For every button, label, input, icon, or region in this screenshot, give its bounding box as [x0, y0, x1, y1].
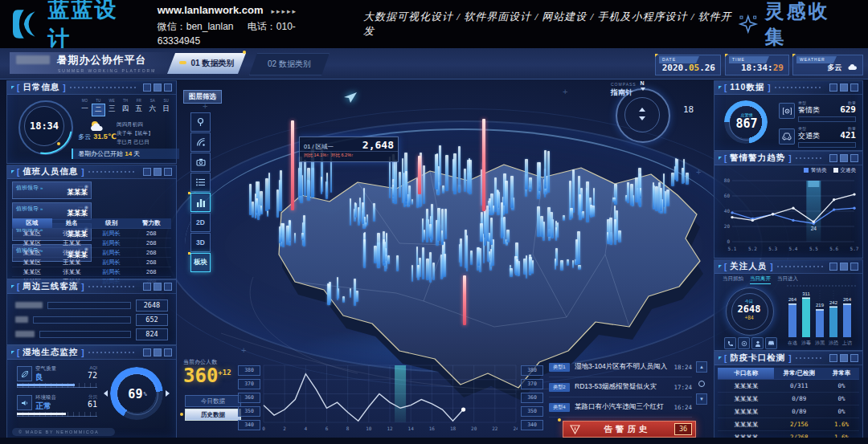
- panel-window-icon[interactable]: [840, 263, 848, 271]
- table-row: 某某区王某某副局长268: [12, 258, 171, 267]
- tooltip-value: 2,648: [362, 139, 394, 151]
- today-data-button[interactable]: 今日数据: [185, 395, 241, 407]
- corner-decoration: [11, 86, 14, 89]
- panel-minimize-icon[interactable]: [829, 263, 837, 271]
- duty-col-header[interactable]: 警力数: [132, 218, 172, 228]
- office-ytick: 350: [521, 406, 543, 417]
- duty-card[interactable]: 值班领导 »⋯ ◉某某某: [12, 181, 92, 199]
- checkpoint-header-row: 卡口名称异常/已检测异常率: [718, 368, 859, 380]
- alarm-history-label: 告警历史: [580, 424, 674, 435]
- panel-minimize-icon[interactable]: [829, 154, 837, 162]
- alert-row[interactable]: 类型2RD13-53烟感报警疑似火灾17:24: [549, 377, 692, 397]
- metric-bar-fill: [17, 384, 75, 386]
- panel-minimize-icon[interactable]: [143, 348, 151, 356]
- panel-minimize-icon[interactable]: [143, 84, 151, 92]
- cloud-icon: [847, 63, 858, 71]
- panel-window-icon[interactable]: [840, 84, 848, 92]
- svg-text:5.4: 5.4: [789, 246, 798, 251]
- tab-data-category-1[interactable]: 01 数据类别: [167, 53, 246, 74]
- panel-window-icon[interactable]: [840, 154, 848, 162]
- duty-card[interactable]: 值班领导 »⋯ ◉某某某: [12, 202, 92, 220]
- panel-expand-icon[interactable]: [164, 168, 172, 176]
- weekday-en: TH: [119, 99, 133, 103]
- map-marker-icon[interactable]: [342, 90, 358, 104]
- history-data-button[interactable]: 历史数据: [185, 409, 241, 421]
- car-icon[interactable]: [765, 337, 777, 349]
- svg-text:5.7: 5.7: [850, 246, 859, 251]
- inspiration-collect[interactable]: 灵感收集: [738, 0, 850, 50]
- layer-btn-3D[interactable]: 3D: [190, 233, 211, 252]
- panel-expand-icon[interactable]: [850, 263, 858, 271]
- duty-cell: 某某区: [12, 267, 52, 276]
- scroll-up-icon[interactable]: ▲: [696, 361, 707, 373]
- layer-btn-list-icon[interactable]: [190, 173, 211, 192]
- sun-cloud-icon: [88, 120, 107, 132]
- duty-col-header[interactable]: 级别: [92, 218, 132, 228]
- phone-icon[interactable]: [724, 337, 736, 349]
- weekday-cn: 六: [145, 104, 159, 115]
- trend-legend: 警情类交通类: [804, 167, 856, 174]
- panel-passenger-flow: [ 周边三线客流] 2648652824: [6, 279, 177, 345]
- watermark: © MADE BY NEHOMMICOA: [12, 428, 115, 436]
- focus-tab-当日离开[interactable]: 当日离开: [750, 275, 771, 284]
- alert-row[interactable]: 类型4某路口有小汽车违闯三个红灯16:24: [549, 397, 692, 418]
- panel-minimize-icon[interactable]: [143, 168, 151, 176]
- website-link[interactable]: www.lanlanwork.com: [158, 4, 264, 16]
- person-icon[interactable]: [751, 337, 764, 349]
- duty-role: 值班领导 »: [16, 205, 43, 213]
- panel-expand-icon[interactable]: [164, 84, 172, 92]
- duty-col-header[interactable]: 姓名: [52, 218, 92, 228]
- focus-tab-当日抓拍[interactable]: 当日抓拍: [723, 275, 743, 284]
- alert-text: RD13-53烟感报警疑似火灾: [575, 382, 670, 392]
- layer-btn-camera-icon[interactable]: [190, 153, 211, 172]
- panel-window-icon[interactable]: [840, 354, 848, 362]
- table-row: 某某区张某某副局长268: [12, 267, 171, 277]
- panel-window-icon[interactable]: [154, 168, 162, 176]
- svg-text:242: 242: [829, 300, 838, 305]
- gauge-left-arrow[interactable]: [104, 390, 108, 397]
- flow-label-redacted: [15, 331, 35, 337]
- target-icon[interactable]: [738, 337, 750, 349]
- alarm-history-button[interactable]: 告警历史 36: [563, 421, 696, 438]
- tab-data-category-2[interactable]: 02 数据类别: [249, 53, 330, 75]
- checkpoint-col-0[interactable]: 卡口名称: [718, 368, 774, 379]
- svg-text:20: 20: [471, 426, 477, 431]
- svg-text:5.3: 5.3: [768, 246, 777, 251]
- duty-col-header[interactable]: 区域: [12, 218, 52, 228]
- alert-tag: 类型1: [549, 363, 570, 372]
- office-ytick: 360: [521, 393, 543, 403]
- car-icon: [779, 128, 795, 145]
- row-110-交通类: 类型交通类数量421: [779, 126, 856, 149]
- layer-btn-板块[interactable]: 板块: [190, 253, 211, 272]
- compass-up-chevron[interactable]: [639, 108, 645, 112]
- layer-btn-radar-icon[interactable]: [190, 132, 211, 152]
- legend-警情类: 警情类: [804, 167, 827, 174]
- panel-minimize-icon[interactable]: [143, 283, 151, 291]
- alert-row[interactable]: 类型1湿地3-104片区有不明人员闯入18:24: [549, 357, 692, 377]
- panel-expand-icon[interactable]: [850, 154, 858, 162]
- panel-header: [ 关注人员]: [714, 260, 862, 274]
- flow-row: 2648: [15, 299, 168, 311]
- panel-window-icon[interactable]: [154, 348, 162, 356]
- panel-window-icon[interactable]: [154, 84, 162, 92]
- panel-expand-icon[interactable]: [850, 84, 858, 92]
- panel-expand-icon[interactable]: [850, 354, 858, 362]
- panel-expand-icon[interactable]: [164, 283, 172, 291]
- compass-down-chevron[interactable]: [639, 116, 645, 120]
- duty-cell: 某某区: [12, 258, 52, 267]
- weather-text: 多云: [78, 133, 91, 141]
- panel-expand-icon[interactable]: [164, 348, 172, 356]
- svg-text:5.2: 5.2: [748, 246, 757, 251]
- layer-btn-bar-chart-icon[interactable]: [190, 193, 211, 212]
- lanlan-logo[interactable]: 蓝蓝设计: [11, 0, 140, 53]
- panel-minimize-icon[interactable]: [829, 84, 837, 92]
- panel-minimize-icon[interactable]: [829, 354, 837, 362]
- checkpoint-cell: 0%: [824, 405, 859, 418]
- panel-window-icon[interactable]: [154, 283, 162, 291]
- duty-cell: 某某区: [12, 238, 52, 247]
- layer-btn-2D[interactable]: 2D: [190, 213, 211, 232]
- svg-text:16: 16: [429, 426, 436, 431]
- scroll-down-icon[interactable]: ▼: [696, 393, 707, 405]
- gauge-right-arrow[interactable]: [166, 390, 170, 397]
- layer-btn-location-pin-icon[interactable]: [190, 112, 211, 132]
